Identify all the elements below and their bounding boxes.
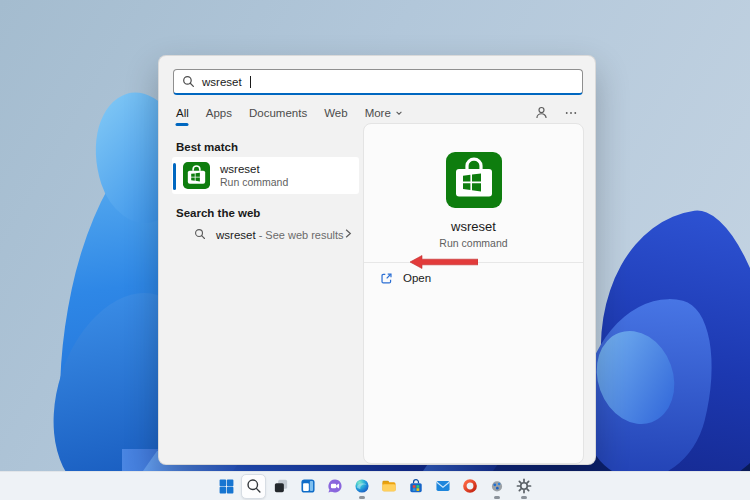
search-web-header: Search the web bbox=[176, 207, 260, 219]
open-label: Open bbox=[403, 272, 431, 284]
result-title: wsreset bbox=[220, 163, 288, 176]
selection-accent-bar bbox=[173, 163, 176, 190]
detail-subtitle: Run command bbox=[364, 237, 583, 249]
chevron-down-icon bbox=[395, 109, 403, 117]
search-icon bbox=[194, 228, 206, 240]
search-header-actions bbox=[534, 105, 578, 120]
result-detail-pane: wsreset Run command Open bbox=[363, 123, 584, 464]
chat-button[interactable] bbox=[322, 474, 347, 499]
search-filter-tabs: All Apps Documents Web More bbox=[176, 107, 403, 119]
edge-icon bbox=[353, 477, 371, 495]
feedback-hub-icon bbox=[488, 477, 506, 495]
web-suffix: - See web results bbox=[259, 229, 344, 241]
widgets-icon bbox=[299, 477, 317, 495]
result-subtitle: Run command bbox=[220, 176, 288, 188]
taskbar bbox=[0, 471, 750, 500]
web-search-result[interactable]: wsreset- See web results bbox=[171, 220, 360, 248]
mail-icon bbox=[434, 477, 452, 495]
tab-documents[interactable]: Documents bbox=[249, 107, 307, 119]
edge-button[interactable] bbox=[349, 474, 374, 499]
account-icon[interactable] bbox=[534, 105, 549, 120]
best-match-text: wsreset Run command bbox=[220, 163, 288, 188]
office-button[interactable] bbox=[457, 474, 482, 499]
tab-more[interactable]: More bbox=[365, 107, 403, 119]
taskbar-search-button[interactable] bbox=[241, 474, 266, 499]
microsoft-store-icon bbox=[183, 162, 210, 189]
detail-title: wsreset bbox=[364, 219, 583, 234]
microsoft-store-button[interactable] bbox=[403, 474, 428, 499]
annotation-arrow bbox=[410, 255, 478, 269]
tab-apps[interactable]: Apps bbox=[206, 107, 232, 119]
running-indicator bbox=[494, 496, 500, 499]
best-match-header: Best match bbox=[176, 141, 238, 153]
office-icon bbox=[461, 477, 479, 495]
feedback-hub-button[interactable] bbox=[484, 474, 509, 499]
settings-button[interactable] bbox=[511, 474, 536, 499]
search-icon bbox=[182, 75, 195, 88]
task-view-button[interactable] bbox=[268, 474, 293, 499]
tab-all[interactable]: All bbox=[176, 107, 189, 119]
search-icon bbox=[245, 477, 263, 495]
search-query-text: wsreset bbox=[202, 76, 242, 88]
web-query: wsreset bbox=[216, 229, 256, 241]
microsoft-store-taskbar-icon bbox=[407, 477, 425, 495]
chevron-right-icon[interactable] bbox=[343, 227, 353, 240]
more-options-icon[interactable] bbox=[564, 106, 578, 120]
running-indicator bbox=[359, 496, 365, 499]
file-explorer-button[interactable] bbox=[376, 474, 401, 499]
text-caret bbox=[250, 76, 251, 88]
web-result-text: wsreset- See web results bbox=[216, 225, 344, 243]
windows-search-panel: wsreset All Apps Documents Web More Best… bbox=[158, 55, 596, 465]
open-external-icon bbox=[380, 272, 393, 285]
start-button[interactable] bbox=[214, 474, 239, 499]
file-explorer-icon bbox=[380, 477, 398, 495]
best-match-result[interactable]: wsreset Run command bbox=[171, 156, 360, 195]
windows-logo-icon bbox=[217, 477, 236, 496]
search-input[interactable]: wsreset bbox=[173, 69, 583, 95]
tab-web[interactable]: Web bbox=[324, 107, 347, 119]
task-view-icon bbox=[272, 477, 290, 495]
settings-gear-icon bbox=[515, 477, 533, 495]
chat-icon bbox=[326, 477, 344, 495]
widgets-button[interactable] bbox=[295, 474, 320, 499]
microsoft-store-icon bbox=[446, 152, 502, 208]
mail-button[interactable] bbox=[430, 474, 455, 499]
running-indicator bbox=[521, 496, 527, 499]
